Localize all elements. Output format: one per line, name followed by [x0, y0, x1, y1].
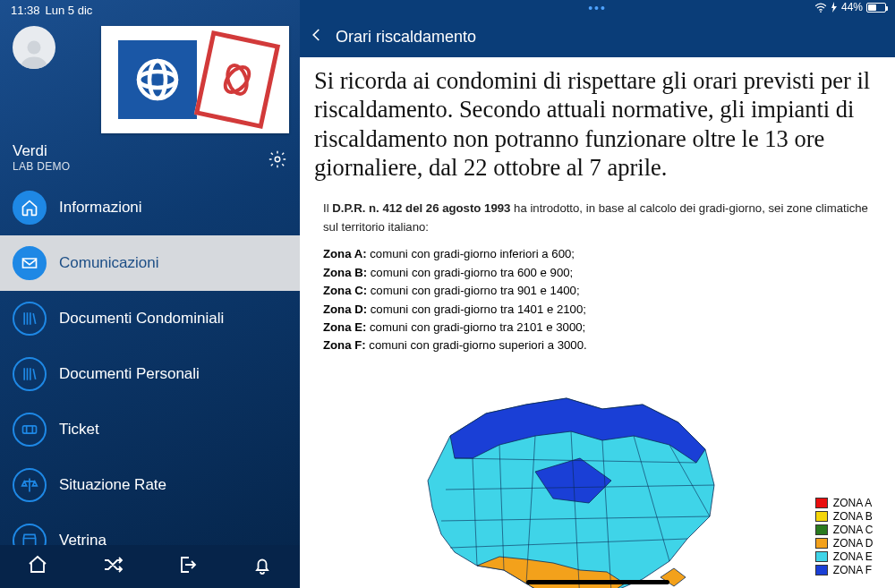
profile-row [0, 17, 300, 139]
map-legend: ZONA A ZONA B ZONA C ZONA D ZONA E ZONA … [815, 497, 874, 577]
swatch-f [815, 565, 828, 575]
sidebar-item-label: Ticket [59, 421, 99, 439]
avatar[interactable] [13, 26, 55, 69]
swatch-a [815, 498, 828, 508]
sidebar-item-label: Documenti Personali [59, 365, 200, 383]
zone-desc: comuni con gradi-giorno tra 1401 e 2100; [367, 303, 586, 316]
sidebar-menu: Informazioni Comunicazioni Documenti Con… [0, 180, 300, 545]
rule-law: D.P.R. n. 412 del 26 agosto 1993 [332, 201, 510, 215]
status-bar-left: 11:38 Lun 5 dic [0, 0, 300, 17]
sidebar-item-label: Documenti Condominiali [59, 310, 224, 328]
zone-name: Zona F: [323, 338, 366, 352]
sidebar-item-informazioni[interactable]: Informazioni [0, 180, 300, 235]
zone-desc: comuni con gradi-giorno tra 2101 e 3000; [366, 320, 585, 334]
gear-icon[interactable] [268, 149, 287, 173]
user-name: Verdi [13, 142, 70, 160]
climate-map: ZONA A ZONA B ZONA C ZONA D ZONA E ZONA … [347, 373, 848, 588]
nav-bell-icon[interactable] [251, 554, 273, 579]
legend-label: ZONA B [833, 510, 873, 524]
swatch-d [815, 538, 828, 549]
zone-name: Zona D: [323, 303, 367, 316]
zone-desc: comuni con gradi-giorno inferiori a 600; [367, 247, 575, 260]
status-time: 11:38 [11, 4, 40, 17]
zones-list: Zona A: comuni con gradi-giorno inferior… [300, 236, 895, 355]
page-content[interactable]: Si ricorda ai condomini di rispettare gl… [300, 57, 895, 588]
nav-logout-icon[interactable] [176, 554, 198, 579]
status-date: Lun 5 dic [46, 4, 93, 17]
sidebar-item-vetrina[interactable]: Vetrina [0, 513, 300, 545]
sidebar-item-label: Informazioni [59, 199, 142, 217]
shop-icon [13, 524, 47, 545]
zone-name: Zona A: [323, 247, 367, 260]
sidebar-item-ticket[interactable]: Ticket [0, 402, 300, 457]
svg-rect-7 [23, 426, 37, 433]
svg-point-3 [149, 61, 166, 98]
sidebar-item-label: Situazione Rate [59, 476, 166, 494]
app-logo-card [101, 26, 289, 133]
logo-globe-icon [118, 40, 197, 119]
legend-label: ZONA E [833, 550, 873, 564]
books-icon [13, 357, 47, 391]
sidebar: 11:38 Lun 5 dic Verdi LAB DEMO [0, 0, 300, 588]
sidebar-item-doc-condominiali[interactable]: Documenti Condominiali [0, 291, 300, 346]
status-bar-right: ••• 44% [300, 0, 895, 16]
ticket-icon [13, 413, 47, 447]
sidebar-item-label: Comunicazioni [59, 254, 159, 272]
zone-desc: comuni con gradi-giorno tra 901 e 1400; [367, 284, 580, 297]
svg-point-8 [820, 11, 822, 13]
logo-knot-icon [194, 30, 280, 129]
zone-name: Zona E: [323, 320, 366, 334]
bottom-nav [0, 545, 300, 588]
sidebar-item-label: Vetrina [59, 532, 107, 545]
legend-label: ZONA C [833, 524, 874, 537]
back-icon[interactable] [309, 27, 325, 47]
sidebar-item-doc-personali[interactable]: Documenti Personali [0, 346, 300, 402]
battery-icon [866, 3, 886, 13]
page-header: Orari riscaldamento [300, 16, 895, 57]
nav-shuffle-icon[interactable] [102, 554, 124, 579]
zone-desc: comuni con gradi-giorno tra 600 e 900; [367, 266, 573, 279]
multitask-dots-icon[interactable]: ••• [588, 1, 607, 15]
legend-label: ZONA D [833, 537, 874, 550]
home-icon [13, 191, 47, 225]
battery-pct: 44% [841, 1, 863, 13]
books-icon [13, 302, 47, 336]
swatch-c [815, 524, 828, 535]
swatch-e [815, 551, 828, 562]
sidebar-item-situazione-rate[interactable]: Situazione Rate [0, 457, 300, 513]
intro-text: Si ricorda ai condomini di rispettare gl… [300, 57, 895, 200]
zone-name: Zona C: [323, 284, 367, 297]
charge-icon [831, 2, 838, 13]
page-title: Orari riscaldamento [336, 28, 476, 47]
zone-name: Zona B: [323, 266, 367, 279]
swatch-b [815, 511, 828, 522]
rule-text: Il D.P.R. n. 412 del 26 agosto 1993 ha i… [300, 200, 895, 236]
wifi-icon [814, 3, 827, 13]
zone-desc: comuni con gradi-giorno superiori a 3000… [366, 338, 587, 352]
legend-label: ZONA A [833, 497, 872, 510]
home-indicator[interactable] [526, 580, 669, 584]
nav-home-icon[interactable] [27, 554, 48, 579]
scales-icon [13, 468, 47, 502]
envelope-icon [13, 246, 47, 280]
user-block: Verdi LAB DEMO [0, 139, 300, 180]
main-panel: ••• 44% Orari riscaldamento Si ricorda a… [300, 0, 895, 588]
legend-label: ZONA F [833, 564, 872, 577]
svg-point-2 [139, 72, 176, 88]
svg-point-6 [275, 157, 280, 162]
svg-point-0 [28, 41, 41, 55]
rule-pre: Il [323, 201, 332, 215]
sidebar-item-comunicazioni[interactable]: Comunicazioni [0, 235, 300, 291]
svg-point-1 [139, 61, 176, 98]
user-org: LAB DEMO [13, 160, 70, 173]
